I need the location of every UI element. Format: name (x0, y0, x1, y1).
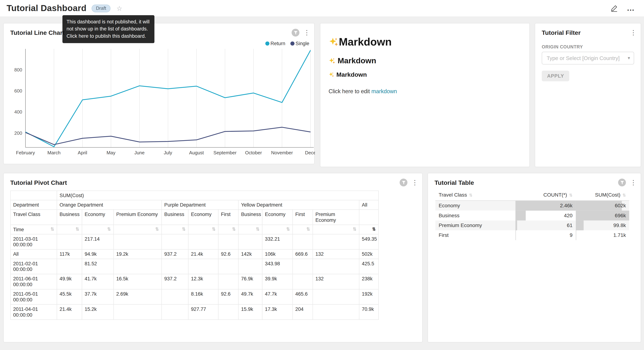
pivot-cell: 16.5k (114, 274, 162, 289)
markdown-body: Markdown Markdown Markdown Click here to (320, 24, 529, 94)
pivot-sort-row: Time⇅⇅⇅⇅⇅⇅⇅⇅⇅⇅⇅⇅ (10, 225, 378, 234)
pivot-cell (218, 234, 238, 250)
select-placeholder: Type or Select [Origin Country] (546, 55, 620, 61)
pivot-cell: 465.6 (292, 289, 313, 304)
cell-sum: 1.71k (576, 230, 629, 240)
pivot-cell: 70.9k (359, 304, 378, 320)
pivot-cell: 106k (262, 249, 293, 259)
filter-indicator-icon[interactable] (400, 179, 408, 186)
table-row[interactable]: Business420696k (436, 210, 629, 220)
pivot-row: 2011-03-01 00:00:00217.14332.21549.35 (10, 234, 378, 250)
col-label: SUM(Cost) (595, 192, 620, 198)
pivot-cell: 927.77 (188, 304, 218, 320)
table-col-header[interactable]: Travel Class⇅ (436, 190, 516, 200)
pivot-cell: 41.7k (82, 274, 114, 289)
data-table: Travel Class⇅COUNT(*)⇅SUM(Cost)⇅Economy2… (436, 190, 629, 240)
publish-tooltip[interactable]: This dashboard is not published, it will… (62, 15, 154, 43)
sort-icon[interactable]: ⇅ (353, 227, 356, 232)
sort-icon[interactable]: ⇅ (212, 227, 216, 232)
pivot-cell (162, 259, 188, 274)
x-axis-label: April (78, 150, 87, 156)
sort-icon[interactable]: ⇅ (107, 227, 111, 232)
markdown-panel[interactable]: Markdown Markdown Markdown Click here to (320, 23, 530, 167)
pivot-col-header: Business (57, 210, 82, 225)
pivot-sort-cell: ⇅ (188, 225, 218, 234)
pivot-corner-cell (10, 191, 57, 200)
pivot-row: 2011-06-01 00:00:0049.9k41.7k16.5k937.21… (10, 274, 378, 289)
pivot-cell: 937.2 (162, 249, 188, 259)
count-value: 2.46k (560, 203, 572, 208)
more-options-icon[interactable]: … (627, 6, 635, 10)
edit-dashboard-icon[interactable] (611, 5, 618, 12)
table-col-header[interactable]: SUM(Cost)⇅ (576, 190, 629, 200)
sort-icon[interactable]: ⇅ (182, 227, 186, 232)
pivot-cell: 132 (313, 274, 359, 289)
y-tick-label: 600 (14, 88, 22, 94)
pivot-dim-col-label: Department (10, 200, 57, 210)
count-value: 420 (564, 212, 572, 218)
pivot-metric-header: SUM(Cost) (57, 191, 378, 200)
dashboard-header: Tutorial Dashboard Draft ☆ … (0, 0, 644, 16)
table-col-header[interactable]: COUNT(*)⇅ (516, 190, 576, 200)
pivot-cell: 192k (359, 289, 378, 304)
sort-icon[interactable]: ⇅ (232, 227, 236, 232)
x-axis-label: August (189, 150, 204, 156)
table-row[interactable]: Economy2.46k602k (436, 200, 629, 210)
filter-indicator-icon[interactable] (292, 29, 299, 36)
x-axis-label: September (214, 150, 237, 156)
x-axis-label: October (245, 150, 262, 156)
cell-sum: 602k (576, 200, 629, 210)
pivot-cell: 81.52 (82, 259, 114, 274)
count-bar (516, 220, 517, 230)
panel-header: Tutorial Line Chart ⋮ (4, 24, 314, 36)
x-axis-label: February (16, 150, 35, 156)
pivot-cell: 117k (57, 249, 82, 259)
pivot-cell (313, 304, 359, 320)
pivot-cell (114, 259, 162, 274)
pivot-row-label: 2011-05-01 00:00:00 (10, 289, 57, 304)
apply-button[interactable]: APPLY (542, 70, 570, 81)
pivot-cell: 502k (359, 249, 378, 259)
kebab-menu-icon[interactable]: ⋮ (412, 179, 416, 186)
kebab-menu-icon[interactable]: ⋮ (304, 29, 308, 36)
pivot-cell: 12.3k (188, 274, 218, 289)
kebab-menu-icon[interactable]: ⋮ (630, 179, 635, 186)
sort-icon[interactable]: ⇅ (256, 227, 260, 232)
sum-value: 1.71k (613, 232, 626, 238)
markdown-paragraph-text: Click here to edit (328, 88, 371, 94)
table-row[interactable]: First91.71k (436, 230, 629, 240)
sort-icon[interactable]: ⇅ (469, 193, 472, 198)
draft-badge[interactable]: Draft (92, 4, 111, 12)
sort-icon[interactable]: ⇅ (50, 227, 54, 232)
pivot-col-header: Premium Economy (114, 210, 162, 225)
pivot-chart-title: Tutorial Pivot Chart (10, 179, 400, 186)
sort-icon[interactable]: ⇅ (569, 193, 572, 198)
pivot-col-header: First (218, 210, 238, 225)
edit-markdown-link[interactable]: markdown (371, 88, 397, 94)
pivot-sort-cell: ⇅ (262, 225, 293, 234)
pivot-col-header: Business (162, 210, 188, 225)
line-chart: 200400600800FebruaryMarchAprilMayJuneJul… (4, 40, 315, 163)
pivot-sort-cell: ⇅ (57, 225, 82, 234)
sparkles-icon (328, 72, 334, 78)
sort-icon[interactable]: ⇅ (155, 227, 159, 232)
pivot-group-header: All (359, 200, 378, 210)
origin-country-select[interactable]: Type or Select [Origin Country] ▾ (542, 52, 634, 64)
sort-icon[interactable]: ⇅ (372, 227, 376, 232)
sum-value: 99.8k (613, 222, 626, 228)
favorite-star-icon[interactable]: ☆ (116, 4, 122, 12)
cell-travel-class: Economy (436, 200, 516, 210)
sort-icon[interactable]: ⇅ (286, 227, 290, 232)
x-axis-label: July (164, 150, 172, 156)
pivot-cell: 21.4k (57, 304, 82, 320)
markdown-h1: Markdown (328, 36, 521, 48)
sort-icon[interactable]: ⇅ (76, 227, 79, 232)
table-row[interactable]: Premium Economy6199.8k (436, 220, 629, 230)
kebab-menu-icon[interactable]: ⋮ (630, 29, 635, 36)
sort-icon[interactable]: ⇅ (622, 193, 626, 198)
filter-indicator-icon[interactable] (618, 179, 626, 186)
sparkles-icon (328, 37, 339, 47)
markdown-h2: Markdown (328, 56, 521, 65)
pivot-col-header: Economy (82, 210, 114, 225)
sort-icon[interactable]: ⇅ (306, 227, 310, 232)
